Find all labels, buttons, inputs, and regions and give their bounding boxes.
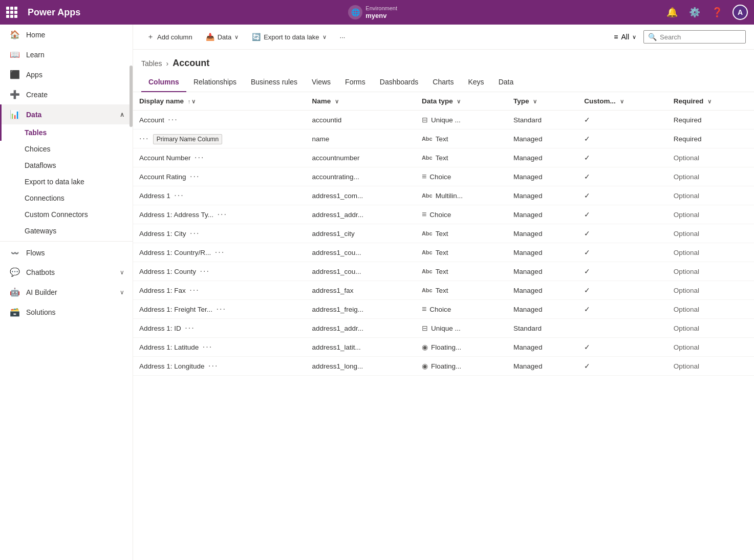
tab-business-rules[interactable]: Business rules xyxy=(244,73,305,92)
data-type-text: Text xyxy=(436,268,448,275)
export-button[interactable]: 🔄 Export to data lake ∨ xyxy=(246,29,332,45)
create-icon: ➕ xyxy=(10,90,20,99)
breadcrumb-tables[interactable]: Tables xyxy=(141,59,162,68)
cell-name: address1_com... xyxy=(306,186,416,205)
tab-charts[interactable]: Charts xyxy=(425,73,461,92)
cell-type: Managed xyxy=(507,243,578,262)
row-menu[interactable]: ··· xyxy=(217,305,226,313)
table-row: Address 1: Country/R... ··· address1_cou… xyxy=(133,243,754,262)
tab-data[interactable]: Data xyxy=(491,73,521,92)
cell-name: accountrating... xyxy=(306,167,416,186)
settings-icon[interactable]: ⚙️ xyxy=(687,5,702,19)
table-header-row: Display name ↑ ∨ Name ∨ xyxy=(133,92,754,111)
sidebar-item-chatbots[interactable]: 💬 Chatbots ∨ xyxy=(0,262,133,282)
cell-custom: ✓ xyxy=(578,243,667,262)
data-button[interactable]: 📥 Data ∨ xyxy=(200,29,244,45)
tab-columns[interactable]: Columns xyxy=(141,73,186,92)
data-type-text: Choice xyxy=(429,306,451,313)
help-icon[interactable]: ❓ xyxy=(710,5,724,19)
row-menu[interactable]: ··· xyxy=(195,153,204,162)
checkmark-icon: ✓ xyxy=(584,305,590,313)
tab-views[interactable]: Views xyxy=(305,73,338,92)
checkmark-icon: ✓ xyxy=(584,210,590,219)
sidebar-item-choices[interactable]: Choices xyxy=(0,141,133,157)
sidebar-item-connections[interactable]: Connections xyxy=(0,190,133,206)
waffle-menu[interactable] xyxy=(6,7,17,18)
data-type-text: Floating... xyxy=(431,362,461,370)
row-menu[interactable]: ··· xyxy=(218,210,227,219)
filter-chevron-icon: ∨ xyxy=(632,34,636,40)
tab-forms[interactable]: Forms xyxy=(338,73,373,92)
sidebar-item-flows[interactable]: 〰️ Flows xyxy=(0,244,133,262)
cell-display-name: Address 1: Fax ··· xyxy=(133,281,306,300)
sidebar-item-gateways[interactable]: Gateways xyxy=(0,223,133,239)
sidebar-label-flows: Flows xyxy=(26,249,124,257)
data-type-text: Choice xyxy=(429,211,451,219)
required-text: Optional xyxy=(674,249,699,256)
notification-icon[interactable]: 🔔 xyxy=(665,5,679,19)
cell-display-name: Address 1: City ··· xyxy=(133,224,306,243)
sidebar-item-solutions[interactable]: 🗃️ Solutions xyxy=(0,302,133,322)
row-menu[interactable]: ··· xyxy=(189,286,199,294)
row-menu[interactable]: ··· xyxy=(139,134,149,143)
sidebar-item-ai-builder[interactable]: 🤖 AI Builder ∨ xyxy=(0,282,133,302)
display-name-text: Address 1: City xyxy=(139,230,186,238)
filter-button[interactable]: ≡ All ∨ xyxy=(609,30,641,44)
row-menu[interactable]: ··· xyxy=(174,191,184,200)
data-type-icon: Abc xyxy=(422,155,433,161)
sidebar-item-dataflows[interactable]: Dataflows xyxy=(0,157,133,174)
sidebar-item-home[interactable]: 🏠 Home xyxy=(0,25,133,45)
cell-required: Optional xyxy=(667,281,754,300)
sidebar-item-apps[interactable]: ⬛ Apps xyxy=(0,64,133,84)
sort-required-icon[interactable]: ∨ xyxy=(707,98,712,105)
table-row: Account ··· accountid ⊟ Unique ... Stand… xyxy=(133,111,754,130)
search-input[interactable] xyxy=(660,33,737,41)
cell-display-name: Address 1: County ··· xyxy=(133,262,306,281)
sidebar-item-data[interactable]: 📊 Data ∧ xyxy=(0,104,133,124)
avatar[interactable]: A xyxy=(733,5,748,20)
row-menu[interactable]: ··· xyxy=(190,172,200,181)
data-type-icon: ⊟ xyxy=(422,324,428,332)
tab-dashboards[interactable]: Dashboards xyxy=(373,73,426,92)
environment-name: myenv xyxy=(365,12,397,20)
add-column-button[interactable]: ＋ Add column xyxy=(141,29,198,45)
cell-custom xyxy=(578,319,667,338)
row-menu[interactable]: ··· xyxy=(200,267,210,275)
more-button[interactable]: ··· xyxy=(334,30,351,45)
sort-name-icon[interactable]: ∨ xyxy=(335,98,339,105)
row-menu[interactable]: ··· xyxy=(208,361,218,370)
row-menu[interactable]: ··· xyxy=(185,324,195,332)
sidebar-item-tables[interactable]: Tables xyxy=(0,124,133,141)
sort-down-icon[interactable]: ∨ xyxy=(191,98,196,105)
primary-badge: Primary Name Column xyxy=(153,134,222,144)
cell-display-name: Account Rating ··· xyxy=(133,167,306,186)
sort-custom-icon[interactable]: ∨ xyxy=(620,98,624,105)
row-menu[interactable]: ··· xyxy=(215,248,225,256)
tab-keys[interactable]: Keys xyxy=(461,73,491,92)
sidebar-item-export[interactable]: Export to data lake xyxy=(0,174,133,190)
sidebar-scrollbar[interactable] xyxy=(130,66,133,127)
sidebar-item-create[interactable]: ➕ Create xyxy=(0,84,133,104)
row-menu[interactable]: ··· xyxy=(190,229,200,238)
sidebar-item-custom-connectors[interactable]: Custom Connectors xyxy=(0,206,133,223)
sort-type-icon[interactable]: ∨ xyxy=(533,98,537,105)
chatbots-icon: 💬 xyxy=(10,267,20,277)
cell-type: Managed xyxy=(507,338,578,357)
sidebar-label-ai-builder: AI Builder xyxy=(26,288,114,296)
chevron-up-icon: ∧ xyxy=(120,111,124,118)
cell-type: Managed xyxy=(507,357,578,376)
cell-name: address1_cou... xyxy=(306,243,416,262)
search-box[interactable]: 🔍 xyxy=(643,30,746,44)
checkmark-icon: ✓ xyxy=(584,191,590,200)
cell-custom: ✓ xyxy=(578,281,667,300)
tab-relationships[interactable]: Relationships xyxy=(186,73,244,92)
breadcrumb: Tables › Account xyxy=(141,58,746,69)
row-menu[interactable]: ··· xyxy=(203,342,212,351)
row-menu[interactable]: ··· xyxy=(168,115,178,124)
sort-datatype-icon[interactable]: ∨ xyxy=(457,98,461,105)
cell-type: Managed xyxy=(507,205,578,224)
cell-data-type: Abc Text xyxy=(416,262,507,281)
sort-up-icon[interactable]: ↑ xyxy=(188,98,191,105)
sidebar-item-learn[interactable]: 📖 Learn xyxy=(0,45,133,64)
display-name-text: Address 1 xyxy=(139,192,170,200)
